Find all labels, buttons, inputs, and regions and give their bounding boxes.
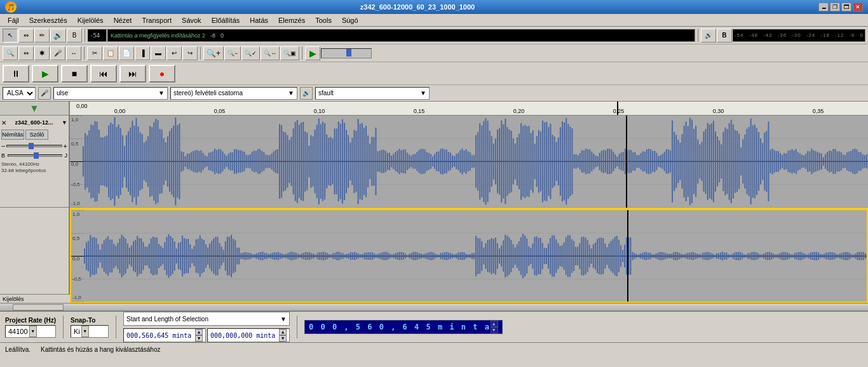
menu-fajl[interactable]: Fájl [3, 15, 24, 25]
menu-hatas[interactable]: Hatás [245, 15, 273, 25]
gain-minus-button[interactable]: − [1, 142, 5, 150]
multi-tool-button[interactable]: B [67, 29, 82, 43]
waveform-track-bottom[interactable]: 1,0 0,5 0,0 -0,5 -1,0 [70, 209, 868, 304]
zoom-tool-button[interactable]: 🔊 [50, 29, 66, 43]
skip-forward-button[interactable]: ⏭ [119, 65, 146, 83]
solo-button[interactable]: Szóló [25, 130, 48, 140]
zoom-in2-button[interactable]: 🔍+ [203, 46, 224, 60]
menu-tools[interactable]: Tools [310, 15, 337, 25]
record-button[interactable]: ● [149, 65, 175, 83]
play-button[interactable]: ▶ [32, 65, 58, 83]
copy-button[interactable]: 📋 [103, 46, 118, 60]
record-meter-button[interactable]: 🎤 [50, 46, 65, 60]
menu-nezet[interactable]: Nézet [109, 15, 137, 25]
zoom-sel-button[interactable]: 🔍✓ [241, 46, 260, 60]
close-button[interactable]: ✕ [853, 3, 863, 11]
menu-transport[interactable]: Transport [137, 15, 177, 25]
output-volume-button[interactable]: 🔊 [701, 29, 716, 43]
track-menu-button[interactable]: ▼ [62, 119, 67, 126]
mute-button[interactable]: Némítás [1, 130, 24, 140]
start-field[interactable]: 000,560,645 minta ▲ ▼ [123, 328, 206, 342]
select-tool-button[interactable]: ↖ [3, 29, 18, 43]
minimize-button[interactable]: 🗕 [818, 3, 829, 11]
channel-select[interactable]: stereó) felvételi csatorna ▼ [170, 87, 297, 100]
playback-volume-slider[interactable] [321, 48, 372, 58]
input-device-field[interactable]: ulse ▼ [53, 87, 168, 100]
gain-slider[interactable] [6, 145, 62, 147]
end-up-button[interactable]: ▲ [491, 321, 498, 327]
output-meter-b[interactable]: B [717, 29, 732, 43]
statusbar: Leállítva. Kattintás és húzás a hang kiv… [0, 342, 868, 356]
draw-tool-button[interactable]: ✏ [34, 29, 50, 43]
track-close-button[interactable]: ✕ [1, 119, 6, 126]
zoom-toggle-button[interactable]: 🔍▣ [280, 46, 299, 60]
svg-rect-740 [734, 252, 735, 259]
zoom-fit-button[interactable]: 🔍↔ [261, 46, 280, 60]
menu-sugo[interactable]: Súgó [337, 15, 363, 25]
waveform-container-bottom[interactable]: 1,0 0,5 0,0 -0,5 -1,0 [71, 210, 867, 302]
menu-elemzes[interactable]: Elemzés [273, 15, 310, 25]
silence-button[interactable]: ▬ [151, 46, 166, 60]
snap-dropdown-button[interactable]: ▼ [81, 326, 89, 337]
svg-rect-45 [163, 138, 165, 185]
end-value-display[interactable]: 0 0 0 , 5 6 0 , 6 4 5 m i n t a ▲ ▼ [304, 320, 503, 334]
redo-button[interactable]: ↪ [182, 46, 198, 60]
start-spinners[interactable]: ▲ ▼ [195, 329, 203, 342]
menu-kijeloles[interactable]: Kijelölés [72, 15, 109, 25]
gain-plus-button[interactable]: + [64, 142, 67, 150]
track-collapse-button[interactable]: Kijelölés [0, 294, 70, 303]
timeline-ruler[interactable]: ▼ 0,00 0,00 0,05 0,10 0,15 0,20 0,25 0,3… [0, 102, 868, 116]
zoom-out-button[interactable]: 🔍− [224, 46, 241, 60]
waveform-area[interactable]: 1,0 0,5 0,0 -0,5 -1,0 [70, 116, 868, 303]
skip-back-button[interactable]: ⏮ [90, 65, 117, 83]
meter-display[interactable]: Kattintás a megfigyelés indításához 2 -8… [107, 29, 695, 42]
scrollbar-thumb[interactable] [13, 304, 64, 310]
fit-selection-button[interactable]: ⇔ [18, 46, 34, 60]
horizontal-scrollbar[interactable] [0, 303, 868, 310]
start-up-button[interactable]: ▲ [195, 329, 203, 335]
maximize-button[interactable]: 🗖 [841, 3, 851, 11]
project-rate-value[interactable]: 44100 ▼ [5, 325, 56, 338]
play-green-button[interactable]: ▶ [305, 46, 320, 60]
stop-button[interactable]: ■ [61, 65, 88, 83]
length-field[interactable]: 000,000,000 minta ▲ ▼ [207, 328, 290, 342]
multi2-button[interactable]: ↔ [66, 46, 81, 60]
end-spinners[interactable]: ▲ ▼ [491, 321, 498, 333]
cut-button[interactable]: ✂ [87, 46, 102, 60]
paste-button[interactable]: 📄 [119, 46, 134, 60]
rate-dropdown-button[interactable]: ▼ [29, 326, 37, 337]
menu-elloallitas[interactable]: Előállítás [207, 15, 245, 25]
svg-rect-34 [142, 134, 143, 189]
snap-to-value[interactable]: Ki ▼ [71, 325, 109, 338]
end-down-button[interactable]: ▼ [491, 327, 498, 333]
volume-thumb[interactable] [346, 49, 351, 57]
output-meter[interactable]: -54 -48 -42 -36 -30 -24 -18 -12 -6 0 [733, 29, 865, 42]
trim-button[interactable]: ▐ [135, 46, 150, 60]
svg-rect-180 [428, 153, 430, 170]
audio-host-select[interactable]: ALSA [3, 87, 36, 100]
zoom-in-button[interactable]: 🔍 [3, 46, 18, 60]
length-spinners[interactable]: ▲ ▼ [279, 329, 287, 342]
output-volume-icon[interactable]: 🔊 [300, 87, 313, 100]
waveform-track-top[interactable]: 1,0 0,5 0,0 -0,5 -1,0 [70, 116, 868, 209]
undo-button[interactable]: ↩ [166, 46, 182, 60]
pause-button[interactable]: ⏸ [3, 65, 29, 83]
window-controls[interactable]: 🗕 ❐ 🗖 ✕ [818, 3, 863, 11]
output-device-field[interactable]: sfault ▼ [315, 87, 430, 100]
start-down-button[interactable]: ▼ [195, 335, 203, 342]
input-monitor-button[interactable]: 🎤 [38, 87, 51, 100]
fit-project-button[interactable]: ✱ [34, 46, 50, 60]
gain-slider-thumb[interactable] [29, 143, 34, 149]
selection-type-dropdown[interactable]: Start and Length of Selection ▼ [123, 312, 290, 326]
menu-savok[interactable]: Sávok [177, 15, 207, 25]
length-up-button[interactable]: ▲ [279, 329, 287, 335]
envelope-tool-button[interactable]: ⇔ [18, 29, 34, 43]
input-meter[interactable]: -54 [88, 29, 107, 42]
svg-rect-204 [475, 135, 477, 188]
length-down-button[interactable]: ▼ [279, 335, 287, 342]
waveform-container-top[interactable]: 1,0 0,5 0,0 -0,5 -1,0 [70, 116, 868, 208]
menu-szerkesztes[interactable]: Szerkesztés [24, 15, 72, 25]
pan-slider[interactable] [8, 154, 62, 157]
restore-button[interactable]: ❐ [830, 3, 840, 11]
pan-slider-thumb[interactable] [34, 152, 39, 159]
